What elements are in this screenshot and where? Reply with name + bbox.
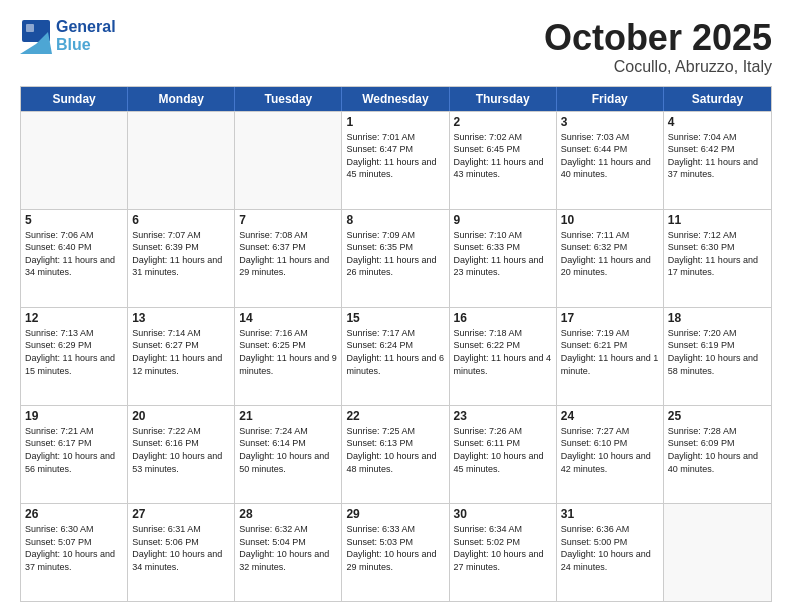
day-cell-26: 26Sunrise: 6:30 AM Sunset: 5:07 PM Dayli… — [21, 504, 128, 601]
weekday-header-thursday: Thursday — [450, 87, 557, 111]
day-cell-4: 4Sunrise: 7:04 AM Sunset: 6:42 PM Daylig… — [664, 112, 771, 209]
title-block: October 2025 Cocullo, Abruzzo, Italy — [544, 18, 772, 76]
day-number: 17 — [561, 311, 659, 325]
day-number: 24 — [561, 409, 659, 423]
week-row-4: 19Sunrise: 7:21 AM Sunset: 6:17 PM Dayli… — [21, 405, 771, 503]
day-number: 21 — [239, 409, 337, 423]
day-number: 25 — [668, 409, 767, 423]
day-number: 11 — [668, 213, 767, 227]
day-cell-15: 15Sunrise: 7:17 AM Sunset: 6:24 PM Dayli… — [342, 308, 449, 405]
day-cell-27: 27Sunrise: 6:31 AM Sunset: 5:06 PM Dayli… — [128, 504, 235, 601]
logo: General Blue — [20, 18, 116, 54]
day-info: Sunrise: 7:02 AM Sunset: 6:45 PM Dayligh… — [454, 131, 552, 181]
logo-line2: Blue — [56, 36, 116, 54]
logo-icon — [20, 18, 52, 54]
day-info: Sunrise: 7:14 AM Sunset: 6:27 PM Dayligh… — [132, 327, 230, 377]
day-cell-empty-4-6 — [664, 504, 771, 601]
day-number: 3 — [561, 115, 659, 129]
day-cell-11: 11Sunrise: 7:12 AM Sunset: 6:30 PM Dayli… — [664, 210, 771, 307]
day-info: Sunrise: 7:09 AM Sunset: 6:35 PM Dayligh… — [346, 229, 444, 279]
day-info: Sunrise: 7:10 AM Sunset: 6:33 PM Dayligh… — [454, 229, 552, 279]
week-row-5: 26Sunrise: 6:30 AM Sunset: 5:07 PM Dayli… — [21, 503, 771, 601]
day-info: Sunrise: 6:36 AM Sunset: 5:00 PM Dayligh… — [561, 523, 659, 573]
day-number: 28 — [239, 507, 337, 521]
weekday-header-friday: Friday — [557, 87, 664, 111]
day-info: Sunrise: 6:34 AM Sunset: 5:02 PM Dayligh… — [454, 523, 552, 573]
day-info: Sunrise: 7:19 AM Sunset: 6:21 PM Dayligh… — [561, 327, 659, 377]
day-cell-20: 20Sunrise: 7:22 AM Sunset: 6:16 PM Dayli… — [128, 406, 235, 503]
day-info: Sunrise: 7:26 AM Sunset: 6:11 PM Dayligh… — [454, 425, 552, 475]
day-number: 7 — [239, 213, 337, 227]
day-cell-10: 10Sunrise: 7:11 AM Sunset: 6:32 PM Dayli… — [557, 210, 664, 307]
day-number: 2 — [454, 115, 552, 129]
day-info: Sunrise: 7:12 AM Sunset: 6:30 PM Dayligh… — [668, 229, 767, 279]
day-cell-12: 12Sunrise: 7:13 AM Sunset: 6:29 PM Dayli… — [21, 308, 128, 405]
day-cell-7: 7Sunrise: 7:08 AM Sunset: 6:37 PM Daylig… — [235, 210, 342, 307]
day-info: Sunrise: 7:20 AM Sunset: 6:19 PM Dayligh… — [668, 327, 767, 377]
day-info: Sunrise: 7:07 AM Sunset: 6:39 PM Dayligh… — [132, 229, 230, 279]
day-number: 18 — [668, 311, 767, 325]
day-info: Sunrise: 7:04 AM Sunset: 6:42 PM Dayligh… — [668, 131, 767, 181]
weekday-header-sunday: Sunday — [21, 87, 128, 111]
day-info: Sunrise: 7:18 AM Sunset: 6:22 PM Dayligh… — [454, 327, 552, 377]
day-cell-empty-0-0 — [21, 112, 128, 209]
day-cell-empty-0-1 — [128, 112, 235, 209]
day-cell-25: 25Sunrise: 7:28 AM Sunset: 6:09 PM Dayli… — [664, 406, 771, 503]
day-number: 10 — [561, 213, 659, 227]
day-number: 8 — [346, 213, 444, 227]
day-cell-16: 16Sunrise: 7:18 AM Sunset: 6:22 PM Dayli… — [450, 308, 557, 405]
day-number: 16 — [454, 311, 552, 325]
day-number: 27 — [132, 507, 230, 521]
day-info: Sunrise: 6:31 AM Sunset: 5:06 PM Dayligh… — [132, 523, 230, 573]
day-cell-17: 17Sunrise: 7:19 AM Sunset: 6:21 PM Dayli… — [557, 308, 664, 405]
day-cell-empty-0-2 — [235, 112, 342, 209]
day-number: 19 — [25, 409, 123, 423]
day-cell-13: 13Sunrise: 7:14 AM Sunset: 6:27 PM Dayli… — [128, 308, 235, 405]
day-info: Sunrise: 7:25 AM Sunset: 6:13 PM Dayligh… — [346, 425, 444, 475]
day-number: 1 — [346, 115, 444, 129]
day-number: 5 — [25, 213, 123, 227]
day-info: Sunrise: 6:30 AM Sunset: 5:07 PM Dayligh… — [25, 523, 123, 573]
day-number: 31 — [561, 507, 659, 521]
day-cell-31: 31Sunrise: 6:36 AM Sunset: 5:00 PM Dayli… — [557, 504, 664, 601]
day-number: 15 — [346, 311, 444, 325]
day-info: Sunrise: 7:03 AM Sunset: 6:44 PM Dayligh… — [561, 131, 659, 181]
day-cell-18: 18Sunrise: 7:20 AM Sunset: 6:19 PM Dayli… — [664, 308, 771, 405]
day-info: Sunrise: 6:32 AM Sunset: 5:04 PM Dayligh… — [239, 523, 337, 573]
calendar-subtitle: Cocullo, Abruzzo, Italy — [544, 58, 772, 76]
day-number: 14 — [239, 311, 337, 325]
day-info: Sunrise: 7:06 AM Sunset: 6:40 PM Dayligh… — [25, 229, 123, 279]
day-info: Sunrise: 7:22 AM Sunset: 6:16 PM Dayligh… — [132, 425, 230, 475]
day-cell-3: 3Sunrise: 7:03 AM Sunset: 6:44 PM Daylig… — [557, 112, 664, 209]
day-info: Sunrise: 7:08 AM Sunset: 6:37 PM Dayligh… — [239, 229, 337, 279]
calendar-body: 1Sunrise: 7:01 AM Sunset: 6:47 PM Daylig… — [21, 111, 771, 601]
day-cell-14: 14Sunrise: 7:16 AM Sunset: 6:25 PM Dayli… — [235, 308, 342, 405]
day-cell-5: 5Sunrise: 7:06 AM Sunset: 6:40 PM Daylig… — [21, 210, 128, 307]
day-info: Sunrise: 7:27 AM Sunset: 6:10 PM Dayligh… — [561, 425, 659, 475]
day-number: 12 — [25, 311, 123, 325]
header: General Blue October 2025 Cocullo, Abruz… — [20, 18, 772, 76]
weekday-header-wednesday: Wednesday — [342, 87, 449, 111]
day-cell-21: 21Sunrise: 7:24 AM Sunset: 6:14 PM Dayli… — [235, 406, 342, 503]
day-cell-22: 22Sunrise: 7:25 AM Sunset: 6:13 PM Dayli… — [342, 406, 449, 503]
day-cell-28: 28Sunrise: 6:32 AM Sunset: 5:04 PM Dayli… — [235, 504, 342, 601]
day-cell-6: 6Sunrise: 7:07 AM Sunset: 6:39 PM Daylig… — [128, 210, 235, 307]
day-cell-30: 30Sunrise: 6:34 AM Sunset: 5:02 PM Dayli… — [450, 504, 557, 601]
day-cell-8: 8Sunrise: 7:09 AM Sunset: 6:35 PM Daylig… — [342, 210, 449, 307]
day-info: Sunrise: 7:01 AM Sunset: 6:47 PM Dayligh… — [346, 131, 444, 181]
svg-rect-2 — [26, 24, 34, 32]
calendar-title: October 2025 — [544, 18, 772, 58]
day-info: Sunrise: 7:28 AM Sunset: 6:09 PM Dayligh… — [668, 425, 767, 475]
day-info: Sunrise: 7:16 AM Sunset: 6:25 PM Dayligh… — [239, 327, 337, 377]
day-cell-19: 19Sunrise: 7:21 AM Sunset: 6:17 PM Dayli… — [21, 406, 128, 503]
day-cell-24: 24Sunrise: 7:27 AM Sunset: 6:10 PM Dayli… — [557, 406, 664, 503]
weekday-header-monday: Monday — [128, 87, 235, 111]
day-info: Sunrise: 6:33 AM Sunset: 5:03 PM Dayligh… — [346, 523, 444, 573]
day-number: 23 — [454, 409, 552, 423]
day-number: 26 — [25, 507, 123, 521]
day-number: 6 — [132, 213, 230, 227]
week-row-3: 12Sunrise: 7:13 AM Sunset: 6:29 PM Dayli… — [21, 307, 771, 405]
weekday-header-tuesday: Tuesday — [235, 87, 342, 111]
page: General Blue October 2025 Cocullo, Abruz… — [0, 0, 792, 612]
day-cell-23: 23Sunrise: 7:26 AM Sunset: 6:11 PM Dayli… — [450, 406, 557, 503]
